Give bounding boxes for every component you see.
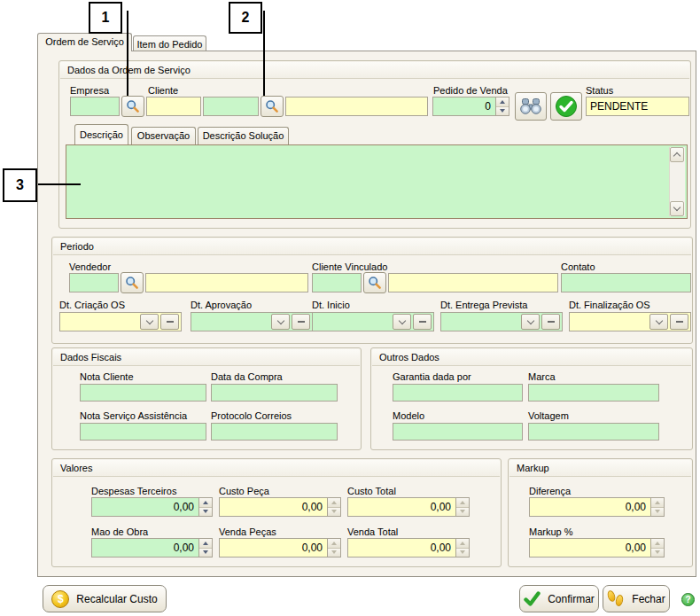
despesas-terceiros-field[interactable]: 0,00 [91, 497, 213, 517]
mao-de-obra-field[interactable]: 0,00 [91, 538, 213, 558]
tab-descricao-solucao[interactable]: Descrição Solução [198, 127, 289, 144]
empresa-code-field[interactable] [70, 97, 120, 116]
dt-inicio-dropdown-button[interactable] [393, 314, 411, 330]
cliente-vinculado-search-button[interactable] [363, 272, 386, 293]
dt-finalizacao-os-field[interactable] [569, 312, 691, 331]
tab-ordem-de-servico-label: Ordem de Serviço [45, 36, 124, 47]
dt-inicio-clear-button[interactable] [413, 314, 432, 330]
dt-criacao-os-dropdown-button[interactable] [140, 314, 159, 330]
group-periodo-title: Periodo [53, 238, 691, 255]
dt-entrega-prevista-clear-button[interactable] [541, 314, 560, 330]
callout-2: 2 [229, 2, 262, 34]
pedido-venda-spin-buttons[interactable] [495, 97, 509, 115]
pedido-venda-spinner[interactable]: 0 [432, 97, 509, 116]
dt-inicio-field[interactable] [312, 312, 434, 331]
pedido-confirm-button[interactable] [550, 92, 582, 121]
tab-observacao[interactable]: Observação [131, 127, 196, 144]
callout-3-number: 3 [16, 177, 24, 193]
dt-criacao-os-clear-button[interactable] [160, 314, 179, 330]
cliente-search-button[interactable] [261, 96, 284, 117]
cliente-label: Cliente [148, 85, 178, 96]
help-button[interactable]: ? [681, 593, 695, 606]
custo-total-label: Custo Total [347, 486, 396, 496]
group-outros-dados-title: Outros Dados [372, 349, 691, 366]
venda-total-spin-buttons [455, 539, 469, 557]
dt-aprovacao-clear-button[interactable] [292, 314, 310, 330]
cliente-vinculado-code-field[interactable] [312, 273, 362, 292]
dt-finalizacao-os-clear-button[interactable] [670, 314, 688, 330]
vendedor-label: Vendedor [69, 261, 111, 272]
diferenca-label: Diferença [529, 486, 571, 496]
empresa-search-button[interactable] [121, 96, 144, 117]
cliente-name-field[interactable] [285, 97, 428, 116]
dt-aprovacao-dropdown-button[interactable] [271, 314, 290, 330]
markup-pct-value: 0,00 [530, 539, 650, 557]
callout-1-number: 1 [102, 10, 110, 26]
tab-ordem-de-servico[interactable]: Ordem de Serviço [37, 33, 132, 51]
cliente-code-field[interactable] [146, 97, 201, 116]
descricao-textarea[interactable] [66, 144, 688, 219]
mao-de-obra-label: Mao de Obra [91, 526, 148, 537]
group-valores-title: Valores [53, 460, 500, 477]
diferenca-field[interactable]: 0,00 [529, 497, 665, 517]
vendedor-code-field[interactable] [69, 273, 119, 292]
vendedor-search-button[interactable] [121, 272, 144, 293]
dt-finalizacao-os-label: Dt. Finalização OS [569, 300, 650, 310]
marca-field[interactable] [528, 384, 659, 402]
mao-de-obra-spin-buttons[interactable] [198, 539, 212, 557]
garantia-dada-por-field[interactable] [393, 384, 523, 402]
cliente-vinculado-name-field[interactable] [388, 273, 558, 292]
protocolo-correios-field[interactable] [211, 423, 338, 441]
dt-finalizacao-os-dropdown-button[interactable] [649, 314, 668, 330]
contato-field[interactable] [561, 273, 691, 292]
markup-percent-field[interactable]: 0,00 [529, 538, 665, 558]
fechar-button[interactable]: Fechar [603, 585, 670, 612]
dt-entrega-prevista-dropdown-button[interactable] [521, 314, 540, 330]
garantia-label: Garantia dada por [393, 371, 471, 382]
venda-total-value: 0,00 [348, 539, 455, 557]
mao-de-obra-value: 0,00 [92, 539, 198, 557]
nota-cliente-field[interactable] [80, 384, 206, 402]
pedido-binoculars-button[interactable] [515, 92, 547, 121]
status-value: PENDENTE [587, 97, 688, 113]
venda-total-label: Venda Total [347, 526, 398, 537]
footprints-icon [607, 590, 625, 608]
tab-descricao-solucao-label: Descrição Solução [203, 130, 284, 141]
empresa-label: Empresa [70, 85, 109, 96]
tab-descricao[interactable]: Descrição [74, 124, 128, 144]
memo-scrollbar[interactable] [669, 147, 685, 216]
ordem-servico-window: Ordem de Serviço Item do Pedido Dados da… [0, 0, 700, 616]
nota-servico-assistencia-field[interactable] [80, 423, 206, 441]
custo-peca-field[interactable]: 0,00 [219, 497, 341, 517]
binoculars-icon [519, 97, 542, 115]
scroll-down-button[interactable] [670, 201, 684, 216]
dt-aprovacao-field[interactable] [191, 312, 313, 331]
callout-3-line [38, 183, 81, 185]
modelo-label: Modelo [393, 410, 424, 421]
venda-total-field[interactable]: 0,00 [347, 538, 470, 558]
cliente-vinculado-label: Cliente Vinculado [312, 261, 387, 272]
dt-criacao-os-field[interactable] [59, 312, 182, 331]
dt-entrega-prevista-field[interactable] [440, 312, 563, 331]
cliente-id-field[interactable] [203, 97, 259, 116]
despesas-terceiros-label: Despesas Terceiros [91, 486, 176, 496]
magnifier-icon [368, 276, 382, 290]
despesas-terceiros-spin-buttons[interactable] [198, 498, 212, 516]
voltagem-field[interactable] [528, 423, 659, 441]
custo-total-field[interactable]: 0,00 [347, 497, 470, 517]
venda-pecas-label: Venda Peças [219, 526, 276, 537]
dt-entrega-prevista-label: Dt. Entrega Prevista [440, 300, 527, 310]
scroll-up-button[interactable] [670, 147, 684, 162]
tab-item-do-pedido[interactable]: Item do Pedido [133, 35, 206, 51]
data-compra-field[interactable] [211, 384, 338, 402]
contato-label: Contato [561, 261, 595, 272]
modelo-field[interactable] [393, 423, 523, 441]
custo-total-value: 0,00 [348, 498, 455, 516]
vendedor-name-field[interactable] [145, 273, 308, 292]
confirmar-button[interactable]: Confirmar [519, 585, 599, 612]
callout-2-number: 2 [242, 10, 250, 26]
dt-aprovacao-label: Dt. Aprovação [191, 300, 252, 310]
recalcular-custo-button[interactable]: $ Recalcular Custo [43, 585, 167, 612]
tab-observacao-label: Observação [137, 130, 190, 141]
venda-pecas-field[interactable]: 0,00 [219, 538, 341, 558]
